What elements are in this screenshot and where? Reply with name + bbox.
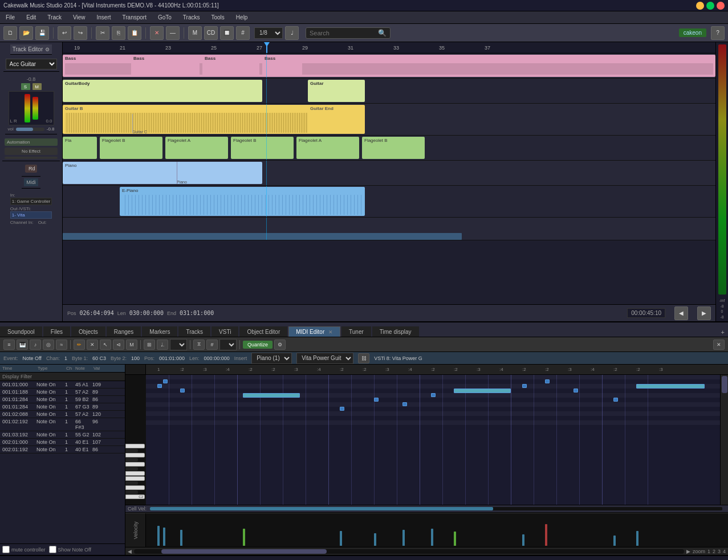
erase-tool[interactable]: ✕ (87, 340, 98, 350)
maximize-button[interactable] (706, 2, 714, 10)
mute-ctrl-chk[interactable] (2, 546, 10, 553)
key-white-g[interactable] (125, 462, 145, 467)
midi-note-1[interactable] (157, 384, 162, 388)
hash2-btn[interactable]: # (206, 340, 218, 350)
note-val-select[interactable]: 8416 (170, 339, 187, 350)
midi-note-long-1[interactable] (243, 393, 300, 398)
event-row-5[interactable]: 001:02:088Note On157 A2120 (0, 411, 125, 418)
glue-tool[interactable]: ⊲ (113, 340, 124, 350)
game-controller[interactable]: 1: Game Controller (10, 198, 52, 205)
tab-markers[interactable]: Markers (142, 326, 177, 337)
key-black-2[interactable] (125, 481, 138, 485)
paste-button[interactable]: 📋 (128, 26, 141, 40)
quantize-btn[interactable]: Quantize (243, 341, 273, 349)
tab-tracks[interactable]: Tracks (178, 326, 210, 337)
tab-vsti[interactable]: VSTi (212, 326, 238, 337)
guitar-body-block-1[interactable]: GuitarBody (63, 80, 262, 102)
event-row-2[interactable]: 001:01:188Note On157 A289 (0, 389, 125, 396)
close-midi-btn[interactable]: ✕ (713, 340, 725, 350)
triplet-btn[interactable]: ♩. (157, 340, 168, 350)
note-grid-btn[interactable]: ⊞ (144, 340, 155, 350)
midi-tool-1[interactable]: ≡ (3, 340, 15, 350)
key-white-d[interactable] (125, 485, 145, 490)
event-row-3[interactable]: 001:01:284Note On159 B286 (0, 396, 125, 403)
quantize-select[interactable]: 1/81/41/16 (254, 27, 283, 39)
add-tab-btn[interactable]: + (718, 328, 728, 337)
hscroll-thumb[interactable] (161, 549, 326, 554)
event-row-6[interactable]: 001:02:192Note On166 F#396 (0, 418, 125, 431)
event-row-9[interactable]: 002:01:192Note On140 E186 (0, 446, 125, 453)
midi-note-5[interactable] (340, 407, 344, 411)
logo-info-btn[interactable]: ? (711, 26, 725, 40)
undo-button[interactable]: ↩ (58, 26, 71, 40)
hscroll-left-btn[interactable]: ◀ (128, 549, 132, 554)
zoom-4[interactable]: 4 (723, 549, 726, 554)
menu-file[interactable]: File (2, 13, 18, 22)
event-row-4[interactable]: 001:01:284Note On167 G389 (0, 403, 125, 411)
fla-block[interactable]: Fla (63, 137, 97, 159)
epiano-block[interactable]: E-Piano (120, 187, 365, 216)
midi-note-3[interactable] (163, 379, 168, 383)
tab-object-editor[interactable]: Object Editor (239, 326, 287, 337)
menu-goto[interactable]: GoTo (154, 13, 175, 22)
hash-btn[interactable]: # (236, 26, 250, 40)
tab-files[interactable]: Files (43, 326, 70, 337)
minimize-button[interactable] (696, 2, 704, 10)
hscroll-track[interactable] (134, 549, 684, 554)
midi-note-9[interactable] (545, 379, 550, 383)
midi-note-11[interactable] (613, 398, 618, 402)
midi-tool-2[interactable]: ◎ (43, 340, 54, 350)
menu-tools[interactable]: Tools (208, 13, 227, 22)
bass-block-2[interactable]: Bass (131, 55, 200, 77)
scroll-left-btn[interactable]: ◀ (674, 306, 688, 320)
tab-time-display[interactable]: Time display (372, 326, 419, 337)
menu-transport[interactable]: Transport (119, 13, 150, 22)
tab-midi-editor[interactable]: MIDI Editor ✕ (288, 326, 340, 337)
event-row-1[interactable]: 001:01:000Note On145 A1109 (0, 381, 125, 389)
show-note-off-chk[interactable] (49, 546, 56, 553)
midi-tool-3[interactable]: ≈ (56, 340, 67, 350)
tab-ranges[interactable]: Ranges (107, 326, 141, 337)
vita-vsti[interactable]: 1- Vita (10, 211, 52, 219)
save-button[interactable]: 💾 (35, 26, 49, 40)
midi-note-long-2[interactable] (454, 389, 511, 393)
key-black-5[interactable] (125, 449, 138, 452)
midi-note-6[interactable] (402, 402, 407, 406)
split-button[interactable]: — (166, 26, 180, 40)
new-button[interactable]: 🗋 (3, 26, 17, 40)
midi-piano-icon[interactable]: 🎹 (17, 340, 28, 350)
midi-note-7[interactable] (431, 393, 436, 397)
zoom-2[interactable]: 2 (713, 549, 715, 554)
mode-btn2[interactable]: CD (204, 26, 218, 40)
menu-edit[interactable]: Edit (23, 13, 39, 22)
tab-objects[interactable]: Objects (71, 326, 105, 337)
cut-button[interactable]: ✂ (96, 26, 109, 40)
vsti-select[interactable]: Vita Power Guitar (296, 353, 353, 364)
guitar-end-block[interactable]: Guitar End (308, 105, 365, 134)
flageolet-a-block[interactable]: Flageolet A (165, 137, 228, 159)
roll-vscroll-thumb[interactable] (722, 376, 727, 393)
key-black-1[interactable] (125, 490, 138, 494)
roll-hscroll[interactable]: ◀ ▶ zoom 1 2 3 4 (125, 547, 728, 555)
key-black-3[interactable] (125, 467, 138, 471)
piano-block-1[interactable]: Piano (63, 162, 262, 184)
roll-vscroll[interactable] (720, 375, 728, 505)
midi-grid[interactable] (146, 375, 720, 505)
select-tool[interactable]: ↖ (100, 340, 111, 350)
te-settings-icon[interactable]: ⚙ (45, 47, 50, 52)
key-white-a[interactable] (125, 453, 145, 457)
bass-block-3[interactable]: Bass (202, 55, 259, 77)
close-button[interactable] (717, 2, 725, 10)
flageolet-b3-block[interactable]: Flageolet B (362, 137, 425, 159)
erase-button[interactable]: ✕ (150, 26, 164, 40)
insert-select[interactable]: Piano (1) (251, 353, 292, 364)
midi-note-4[interactable] (374, 398, 379, 402)
automation-slider[interactable] (5, 157, 58, 159)
zoom-3[interactable]: 3 (718, 549, 721, 554)
chain-btn[interactable]: ⛓ (358, 353, 369, 363)
tab-tuner[interactable]: Tuner (341, 326, 371, 337)
midi-note-2[interactable] (180, 389, 185, 393)
flageolet-b-block[interactable]: Flageolet B (100, 137, 162, 159)
event-row-7[interactable]: 001:03:192Note On155 G2102 (0, 431, 125, 439)
key-white-b[interactable] (125, 444, 145, 448)
